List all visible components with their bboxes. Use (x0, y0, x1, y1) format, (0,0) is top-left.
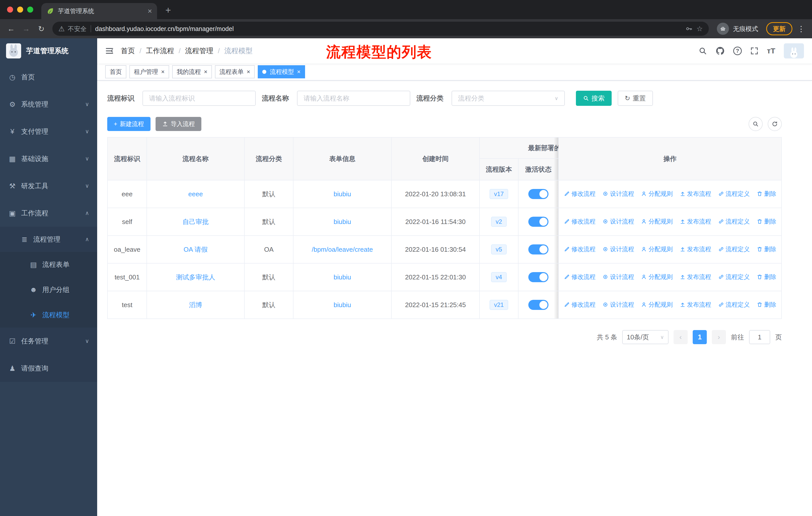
sidebar-item-system[interactable]: ⚙ 系统管理 ∨ (0, 91, 97, 118)
active-toggle[interactable] (528, 217, 548, 227)
assign-rule-link[interactable]: 分配规则 (641, 190, 672, 198)
close-icon[interactable]: × (204, 68, 207, 75)
form-info-link[interactable]: /bpm/oa/leave/create (312, 246, 373, 253)
minimize-window-button[interactable] (17, 6, 23, 12)
process-name-link[interactable]: 测试多审批人 (176, 273, 215, 281)
sidebar-item-workflow[interactable]: ▣ 工作流程 ∧ (0, 199, 97, 227)
sidebar-item-process-form[interactable]: ▤ 流程表单 (0, 252, 97, 277)
search-button[interactable]: 搜索 (576, 91, 612, 106)
process-definition-link[interactable]: 流程定义 (718, 217, 750, 225)
address-bar[interactable]: ⚠ 不安全 dashboard.yudao.iocoder.cn/bpm/man… (52, 22, 709, 36)
process-name-input[interactable] (297, 91, 410, 106)
search-icon[interactable] (698, 47, 707, 55)
publish-process-link[interactable]: 发布流程 (679, 245, 711, 253)
new-tab-button[interactable]: + (161, 3, 175, 17)
delete-process-link[interactable]: 删除 (757, 190, 776, 198)
modify-process-link[interactable]: 修改流程 (564, 245, 596, 253)
sidebar-item-process-model[interactable]: ✈ 流程模型 (0, 302, 97, 328)
help-icon[interactable]: ? (733, 47, 742, 55)
sidebar-item-infrastructure[interactable]: ▦ 基础设施 ∨ (0, 145, 97, 172)
delete-process-link[interactable]: 删除 (757, 273, 776, 281)
browser-update-button[interactable]: 更新 (766, 22, 792, 35)
process-name-link[interactable]: OA 请假 (183, 246, 207, 253)
publish-process-link[interactable]: 发布流程 (679, 217, 711, 225)
tag-process-form[interactable]: 流程表单 × (215, 65, 255, 78)
active-toggle[interactable] (528, 300, 548, 310)
refresh-table-button[interactable] (768, 117, 782, 131)
sidebar-item-leave-query[interactable]: ♟ 请假查询 (0, 355, 97, 382)
design-process-link[interactable]: 设计流程 (602, 273, 634, 281)
active-toggle[interactable] (528, 272, 548, 282)
modify-process-link[interactable]: 修改流程 (564, 273, 596, 281)
close-icon[interactable]: × (247, 68, 250, 75)
font-size-icon[interactable]: тT (767, 47, 775, 55)
publish-process-link[interactable]: 发布流程 (679, 301, 711, 309)
security-indicator[interactable]: ⚠ 不安全 (58, 25, 87, 33)
breadcrumb-workflow[interactable]: 工作流程 (146, 46, 174, 56)
sidebar-item-task-management[interactable]: ☑ 任务管理 ∨ (0, 328, 97, 355)
zoom-window-button[interactable] (27, 6, 33, 12)
create-process-button[interactable]: + 新建流程 (107, 117, 150, 131)
form-info-link[interactable]: biubiu (334, 301, 351, 309)
breadcrumb-process-management[interactable]: 流程管理 (185, 46, 213, 56)
github-icon[interactable] (716, 46, 725, 55)
assign-rule-link[interactable]: 分配规则 (641, 245, 672, 253)
goto-page-input[interactable] (749, 330, 770, 344)
process-definition-link[interactable]: 流程定义 (718, 245, 750, 253)
assign-rule-link[interactable]: 分配规则 (641, 273, 672, 281)
active-toggle[interactable] (528, 189, 548, 199)
assign-rule-link[interactable]: 分配规则 (641, 217, 672, 225)
active-toggle[interactable] (528, 244, 548, 254)
design-process-link[interactable]: 设计流程 (602, 301, 634, 309)
tag-process-model[interactable]: 流程模型 × (258, 65, 305, 78)
browser-menu-icon[interactable]: ⋮ (794, 24, 808, 33)
design-process-link[interactable]: 设计流程 (602, 245, 634, 253)
form-info-link[interactable]: biubiu (334, 273, 351, 281)
tab-close-icon[interactable]: × (147, 7, 152, 15)
reload-icon[interactable]: ↻ (34, 22, 48, 36)
import-process-button[interactable]: 导入流程 (155, 117, 201, 131)
back-icon[interactable]: ← (4, 22, 18, 36)
publish-process-link[interactable]: 发布流程 (679, 273, 711, 281)
close-icon[interactable]: × (297, 68, 300, 75)
form-info-link[interactable]: biubiu (334, 190, 351, 198)
toggle-search-button[interactable] (749, 117, 763, 131)
process-definition-link[interactable]: 流程定义 (718, 273, 750, 281)
fullscreen-icon[interactable] (750, 47, 758, 55)
page-size-select[interactable]: 10条/页 ∨ (622, 330, 669, 344)
breadcrumb-home[interactable]: 首页 (121, 46, 135, 56)
tag-tenant-management[interactable]: 租户管理 × (129, 65, 169, 78)
bookmark-star-icon[interactable]: ☆ (696, 25, 703, 33)
sidebar-item-devtools[interactable]: ⚒ 研发工具 ∨ (0, 172, 97, 199)
assign-rule-link[interactable]: 分配规则 (641, 301, 672, 309)
process-key-input[interactable] (142, 91, 256, 106)
sidebar-item-process-management[interactable]: ≣ 流程管理 ∧ (0, 227, 97, 252)
user-avatar[interactable] (784, 43, 804, 58)
tag-home[interactable]: 首页 (105, 65, 126, 78)
sidebar-collapse-icon[interactable] (105, 47, 114, 55)
sidebar-item-home[interactable]: ◷ 首页 (0, 63, 97, 91)
form-info-link[interactable]: biubiu (334, 218, 351, 225)
process-definition-link[interactable]: 流程定义 (718, 190, 750, 198)
publish-process-link[interactable]: 发布流程 (679, 190, 711, 198)
tag-my-process[interactable]: 我的流程 × (172, 65, 212, 78)
design-process-link[interactable]: 设计流程 (602, 190, 634, 198)
modify-process-link[interactable]: 修改流程 (564, 190, 596, 198)
prev-page-button[interactable]: ‹ (673, 330, 688, 344)
browser-tab[interactable]: 芋道管理系统 × (41, 3, 157, 19)
next-page-button[interactable]: › (712, 330, 726, 344)
sidebar-logo[interactable]: 芋道管理系统 (0, 38, 97, 63)
modify-process-link[interactable]: 修改流程 (564, 301, 596, 309)
delete-process-link[interactable]: 删除 (757, 301, 776, 309)
delete-process-link[interactable]: 删除 (757, 217, 776, 225)
process-name-link[interactable]: 滔博 (189, 301, 202, 309)
sidebar-item-payment[interactable]: ¥ 支付管理 ∨ (0, 118, 97, 145)
page-number-button[interactable]: 1 (693, 330, 707, 344)
process-definition-link[interactable]: 流程定义 (718, 301, 750, 309)
password-key-icon[interactable] (686, 25, 692, 32)
close-icon[interactable]: × (161, 68, 165, 75)
reset-button[interactable]: ↻ 重置 (618, 91, 653, 106)
close-window-button[interactable] (7, 6, 13, 12)
modify-process-link[interactable]: 修改流程 (564, 217, 596, 225)
process-name-link[interactable]: eeee (188, 190, 203, 198)
